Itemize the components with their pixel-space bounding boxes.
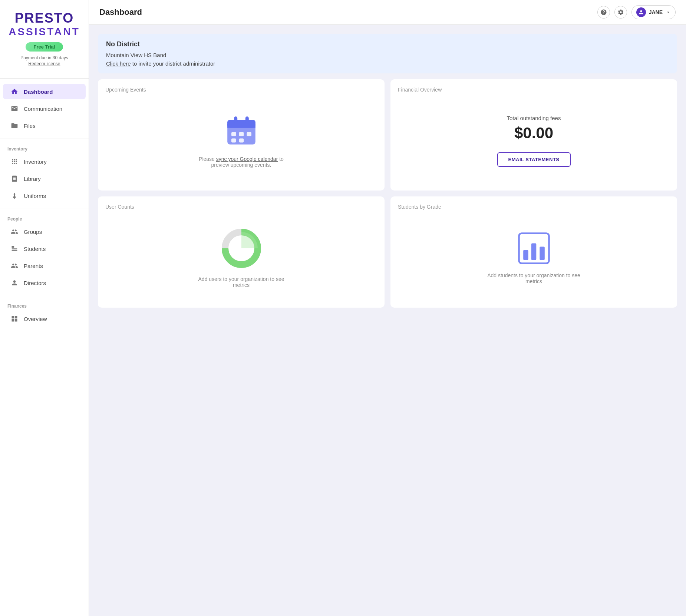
logo-assistant: ASSISTANT [7, 26, 81, 38]
sidebar-item-inventory[interactable]: Inventory [3, 154, 86, 169]
book-icon [10, 175, 19, 183]
email-statements-button[interactable]: EMAIL STATEMENTS [497, 152, 571, 167]
logo: PRESTO ASSISTANT [7, 10, 81, 38]
tie-icon [10, 192, 19, 200]
financial-total-label: Total outstanding fees [507, 115, 561, 121]
svg-rect-1 [12, 248, 17, 249]
sidebar-item-files[interactable]: Files [3, 118, 86, 133]
sidebar-item-library[interactable]: Library [3, 171, 86, 186]
svg-rect-5 [227, 124, 255, 128]
settings-button[interactable] [614, 6, 627, 19]
page-title: Dashboard [99, 7, 593, 17]
students-label: Students [24, 246, 46, 252]
groups-label: Groups [24, 229, 42, 235]
communication-label: Communication [24, 106, 62, 112]
section-people: People [0, 213, 89, 223]
sync-prefix: Please [199, 156, 216, 162]
chevron-down-icon [666, 10, 671, 15]
folder-icon [10, 122, 19, 130]
divider-finances [0, 296, 89, 296]
home-icon [10, 87, 19, 96]
sidebar-item-uniforms[interactable]: Uniforms [3, 188, 86, 203]
district-invite-text: Click here to invite your district admin… [106, 60, 669, 67]
sidebar-item-directors[interactable]: Directors [3, 275, 86, 291]
divider-top [0, 78, 89, 79]
user-counts-subtitle: Add users to your organization to see me… [193, 276, 290, 288]
directors-label: Directors [24, 280, 46, 286]
help-button[interactable] [597, 6, 610, 19]
svg-rect-2 [12, 250, 17, 251]
district-banner: No District Mountain View HS Band Click … [98, 34, 677, 73]
upcoming-events-body: Please sync your Google calendar to prev… [105, 99, 377, 183]
svg-rect-12 [239, 139, 244, 143]
financial-overview-card: Financial Overview Total outstanding fee… [390, 79, 677, 191]
svg-rect-9 [239, 132, 244, 136]
financial-overview-body: Total outstanding fees $0.00 EMAIL STATE… [398, 99, 670, 183]
svg-rect-6 [234, 116, 237, 123]
students-by-grade-subtitle: Add students to your organization to see… [486, 272, 582, 284]
invite-suffix: to invite your district administrator [132, 60, 215, 67]
cards-row-2: User Counts Add users to your organizati… [98, 196, 677, 308]
user-counts-body: Add users to your organization to see me… [105, 216, 377, 300]
topbar: Dashboard JANE [89, 0, 686, 25]
user-counts-card: User Counts Add users to your organizati… [98, 196, 385, 308]
groups-icon [10, 228, 19, 236]
students-icon [10, 245, 19, 253]
students-by-grade-title: Students by Grade [398, 204, 670, 210]
user-name: JANE [649, 9, 663, 15]
overview-icon [10, 315, 19, 323]
financial-overview-title: Financial Overview [398, 87, 670, 93]
upcoming-events-subtitle: Please sync your Google calendar to prev… [193, 156, 290, 168]
svg-rect-0 [12, 246, 14, 248]
parents-label: Parents [24, 263, 43, 269]
overview-label: Overview [24, 316, 47, 322]
uniforms-label: Uniforms [24, 193, 46, 199]
svg-rect-11 [231, 139, 236, 143]
sidebar-item-overview[interactable]: Overview [3, 311, 86, 327]
section-finances: Finances [0, 301, 89, 310]
payment-info: Payment due in 30 days [7, 55, 81, 60]
sync-google-link[interactable]: sync your Google calendar [216, 156, 278, 162]
svg-rect-8 [231, 132, 236, 136]
svg-rect-10 [247, 132, 251, 136]
divider-inventory [0, 139, 89, 139]
sidebar-item-students[interactable]: Students [3, 241, 86, 256]
main-content: Dashboard JANE No District Mountain View… [89, 0, 686, 616]
grid-icon [10, 158, 19, 166]
sidebar-item-parents[interactable]: Parents [3, 258, 86, 274]
svg-rect-7 [245, 116, 248, 123]
students-by-grade-body: Add students to your organization to see… [398, 216, 670, 300]
section-inventory: Inventory [0, 143, 89, 153]
cards-row-1: Upcoming Events [98, 79, 677, 191]
district-org-name: Mountain View HS Band [106, 52, 669, 58]
user-counts-title: User Counts [105, 204, 377, 210]
sidebar: PRESTO ASSISTANT Free Trial Payment due … [0, 0, 89, 616]
students-chart-icon [517, 232, 551, 265]
logo-area: PRESTO ASSISTANT Free Trial Payment due … [0, 0, 89, 74]
user-menu[interactable]: JANE [631, 5, 676, 19]
students-by-grade-card: Students by Grade Add students to your o… [390, 196, 677, 308]
user-counts-chart [221, 228, 262, 269]
svg-rect-17 [523, 250, 528, 260]
dashboard-label: Dashboard [24, 89, 53, 95]
files-label: Files [24, 123, 36, 129]
district-heading: No District [106, 40, 669, 48]
calendar-icon [225, 114, 258, 147]
trial-badge: Free Trial [26, 42, 63, 52]
inventory-label: Inventory [24, 159, 47, 165]
mail-icon [10, 105, 19, 113]
upcoming-events-title: Upcoming Events [105, 87, 377, 93]
invite-link[interactable]: Click here [106, 60, 131, 67]
directors-icon [10, 279, 19, 287]
dashboard-content: No District Mountain View HS Band Click … [89, 25, 686, 317]
user-avatar [636, 7, 646, 17]
sidebar-item-dashboard[interactable]: Dashboard [3, 84, 86, 99]
financial-amount: $0.00 [514, 124, 553, 142]
svg-rect-19 [540, 247, 545, 260]
upcoming-events-card: Upcoming Events [98, 79, 385, 191]
parents-icon [10, 262, 19, 270]
sidebar-item-groups[interactable]: Groups [3, 224, 86, 239]
sidebar-item-communication[interactable]: Communication [3, 101, 86, 116]
divider-people [0, 209, 89, 209]
redeem-link[interactable]: Redeem license [7, 61, 81, 66]
